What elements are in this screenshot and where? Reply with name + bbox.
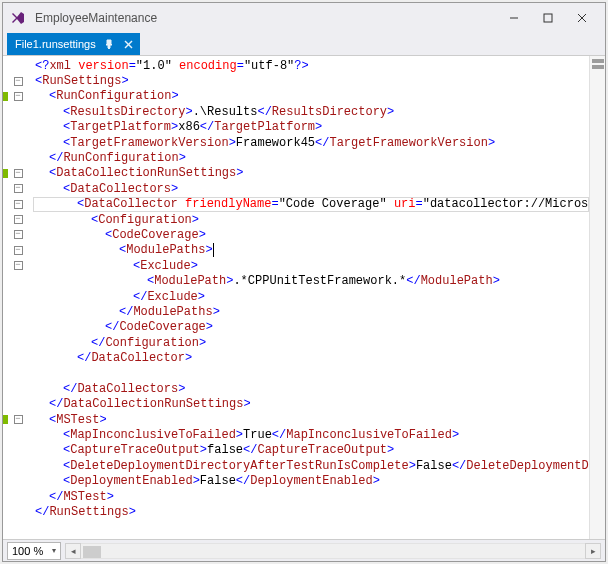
code-text[interactable]: <ModulePath>.*CPPUnitTestFramework.*</Mo… <box>33 274 500 288</box>
change-marker <box>3 169 8 178</box>
code-text[interactable]: <RunConfiguration> <box>33 89 179 103</box>
code-text[interactable]: </Configuration> <box>33 336 206 350</box>
code-line[interactable]: </MSTest> <box>3 489 589 504</box>
code-line[interactable]: −<DataCollectors> <box>3 181 589 196</box>
fold-collapse-icon[interactable]: − <box>14 415 23 424</box>
code-line[interactable]: <CaptureTraceOutput>false</CaptureTraceO… <box>3 443 589 458</box>
minimize-button[interactable] <box>497 6 531 30</box>
code-line[interactable]: −<Exclude> <box>3 258 589 273</box>
code-line[interactable]: −<CodeCoverage> <box>3 227 589 242</box>
code-line[interactable]: <DeploymentEnabled>False</DeploymentEnab… <box>3 474 589 489</box>
fold-collapse-icon[interactable]: − <box>14 200 23 209</box>
code-line[interactable]: −<RunConfiguration> <box>3 89 589 104</box>
maximize-button[interactable] <box>531 6 565 30</box>
gutter-cell[interactable]: − <box>3 200 33 209</box>
scroll-track[interactable] <box>81 543 585 559</box>
code-line[interactable]: <MapInconclusiveToFailed>True</MapInconc… <box>3 427 589 442</box>
code-text[interactable]: </DataCollector> <box>33 351 192 365</box>
code-text[interactable]: <?xml version="1.0" encoding="utf-8"?> <box>33 59 309 73</box>
code-text[interactable]: </DataCollectors> <box>33 382 185 396</box>
code-text[interactable]: </DataCollectionRunSettings> <box>33 397 251 411</box>
code-text[interactable]: <TargetFrameworkVersion>Framework45</Tar… <box>33 136 495 150</box>
fold-collapse-icon[interactable]: − <box>14 261 23 270</box>
scroll-thumb[interactable] <box>83 546 101 558</box>
code-text[interactable]: <MapInconclusiveToFailed>True</MapInconc… <box>33 428 459 442</box>
code-line[interactable]: −<DataCollector friendlyName="Code Cover… <box>3 197 589 212</box>
code-text[interactable]: <Exclude> <box>33 259 198 273</box>
editor-status-bar: 100 % ▾ ◂ ▸ <box>3 539 605 561</box>
code-text[interactable]: <DeleteDeploymentDirectoryAfterTestRunIs… <box>33 459 589 473</box>
tab-filename: File1.runsettings <box>15 38 96 50</box>
gutter-cell[interactable]: − <box>3 415 33 424</box>
scroll-left-button[interactable]: ◂ <box>65 543 81 559</box>
code-text[interactable]: <CodeCoverage> <box>33 228 206 242</box>
gutter-cell[interactable]: − <box>3 184 33 193</box>
text-caret <box>213 243 214 257</box>
code-line[interactable]: <DeleteDeploymentDirectoryAfterTestRunIs… <box>3 458 589 473</box>
code-line[interactable]: </RunConfiguration> <box>3 150 589 165</box>
code-line[interactable]: −<RunSettings> <box>3 73 589 88</box>
code-line[interactable]: −<DataCollectionRunSettings> <box>3 166 589 181</box>
gutter-cell[interactable]: − <box>3 230 33 239</box>
code-line[interactable]: <ModulePath>.*CPPUnitTestFramework.*</Mo… <box>3 273 589 288</box>
fold-collapse-icon[interactable]: − <box>14 246 23 255</box>
code-line[interactable]: <TargetPlatform>x86</TargetPlatform> <box>3 120 589 135</box>
horizontal-scrollbar[interactable]: ◂ ▸ <box>65 543 601 559</box>
close-button[interactable] <box>565 6 599 30</box>
code-line[interactable]: −<MSTest> <box>3 412 589 427</box>
gutter-cell[interactable]: − <box>3 215 33 224</box>
fold-collapse-icon[interactable]: − <box>14 169 23 178</box>
scroll-right-button[interactable]: ▸ <box>585 543 601 559</box>
vertical-scrollbar[interactable] <box>589 56 605 539</box>
gutter-cell[interactable]: − <box>3 261 33 270</box>
code-text[interactable]: <ResultsDirectory>.\Results</ResultsDire… <box>33 105 394 119</box>
code-text[interactable]: <DataCollector friendlyName="Code Covera… <box>33 197 589 211</box>
code-line[interactable]: </CodeCoverage> <box>3 320 589 335</box>
code-text[interactable]: </ModulePaths> <box>33 305 220 319</box>
gutter-cell[interactable]: − <box>3 92 33 101</box>
code-text[interactable]: <TargetPlatform>x86</TargetPlatform> <box>33 120 322 134</box>
code-text[interactable]: <DeploymentEnabled>False</DeploymentEnab… <box>33 474 380 488</box>
document-tab-active[interactable]: File1.runsettings <box>7 33 140 55</box>
fold-collapse-icon[interactable]: − <box>14 230 23 239</box>
code-area[interactable]: <?xml version="1.0" encoding="utf-8"?>−<… <box>3 56 589 539</box>
fold-collapse-icon[interactable]: − <box>14 215 23 224</box>
gutter-cell[interactable]: − <box>3 246 33 255</box>
code-text[interactable]: <CaptureTraceOutput>false</CaptureTraceO… <box>33 443 394 457</box>
gutter-cell[interactable]: − <box>3 77 33 86</box>
code-text[interactable]: <ModulePaths> <box>33 243 214 257</box>
code-text[interactable]: <MSTest> <box>33 413 107 427</box>
gutter-cell[interactable]: − <box>3 169 33 178</box>
split-editor-icon[interactable] <box>592 58 604 72</box>
code-line[interactable]: </DataCollectionRunSettings> <box>3 397 589 412</box>
code-line[interactable]: </ModulePaths> <box>3 304 589 319</box>
pin-icon[interactable] <box>102 37 116 51</box>
code-line[interactable]: </RunSettings> <box>3 504 589 519</box>
code-text[interactable]: </Exclude> <box>33 290 205 304</box>
code-line[interactable]: </Configuration> <box>3 335 589 350</box>
code-text[interactable]: <DataCollectionRunSettings> <box>33 166 243 180</box>
code-line[interactable]: <ResultsDirectory>.\Results</ResultsDire… <box>3 104 589 119</box>
code-line[interactable]: −<ModulePaths> <box>3 243 589 258</box>
code-line[interactable]: </DataCollectors> <box>3 381 589 396</box>
fold-collapse-icon[interactable]: − <box>14 184 23 193</box>
code-line[interactable] <box>3 366 589 381</box>
fold-collapse-icon[interactable]: − <box>14 92 23 101</box>
code-text[interactable]: <Configuration> <box>33 213 199 227</box>
code-text[interactable]: </RunConfiguration> <box>33 151 186 165</box>
zoom-level-dropdown[interactable]: 100 % ▾ <box>7 542 61 560</box>
fold-collapse-icon[interactable]: − <box>14 77 23 86</box>
title-bar[interactable]: EmployeeMaintenance <box>3 3 605 33</box>
svg-rect-1 <box>544 14 552 22</box>
code-text[interactable]: </CodeCoverage> <box>33 320 213 334</box>
code-line[interactable]: <TargetFrameworkVersion>Framework45</Tar… <box>3 135 589 150</box>
code-text[interactable]: </RunSettings> <box>33 505 136 519</box>
code-line[interactable]: −<Configuration> <box>3 212 589 227</box>
code-text[interactable]: <RunSettings> <box>33 74 129 88</box>
code-line[interactable]: </Exclude> <box>3 289 589 304</box>
code-line[interactable]: </DataCollector> <box>3 350 589 365</box>
code-text[interactable]: </MSTest> <box>33 490 114 504</box>
code-text[interactable]: <DataCollectors> <box>33 182 178 196</box>
close-tab-icon[interactable] <box>122 37 136 51</box>
code-line[interactable]: <?xml version="1.0" encoding="utf-8"?> <box>3 58 589 73</box>
